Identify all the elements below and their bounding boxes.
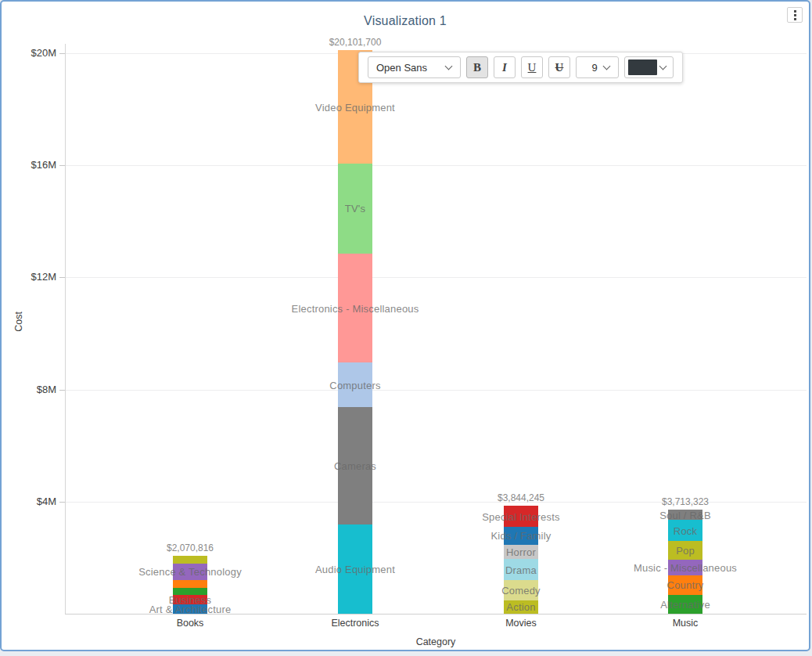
y-axis-title: Cost [13,312,24,332]
y-axis-tick-label: $12M [2,271,56,283]
bar-segment[interactable] [173,556,207,564]
y-axis-tick-mark [59,277,65,278]
bar-segment-label: TV's [345,203,365,214]
font-family-value: Open Sans [376,62,427,74]
bar-segment-label: Action [506,601,535,613]
bar-segment-label: Rock [674,524,697,536]
chevron-down-icon [659,63,667,70]
bar-segment-label: Drama [505,564,537,575]
x-axis-title: Category [416,636,456,647]
x-axis-tick-label: Music [623,618,748,629]
x-axis-tick-label: Books [128,618,253,629]
x-axis-tick-label: Electronics [293,618,418,629]
font-color-select[interactable] [624,56,674,78]
bar-segment-label: Electronics - Miscellaneous [292,302,419,314]
y-axis-tick-mark [59,502,65,503]
y-axis-tick-mark [59,165,65,166]
y-axis-tick-label: $8M [2,384,56,395]
italic-button[interactable]: I [494,56,516,78]
bar-total-label: $3,713,323 [623,496,748,507]
underline-icon: U [528,61,537,74]
italic-icon: I [502,61,507,74]
x-axis-tick-label: Movies [458,618,584,629]
bar-segment-label: Special Interests [482,510,560,522]
bar-segment-label: Cameras [334,460,376,472]
bar-segment-label: Video Equipment [315,101,395,113]
visualization-widget: Visualization 1 Cost Category $4M$8M$12M… [0,0,810,651]
gridline [66,390,807,391]
strikethrough-button[interactable]: U [548,56,570,78]
chevron-down-icon [445,63,453,70]
bar-total-label: $20,101,700 [293,37,418,48]
bar-segment-label: Horror [506,546,536,558]
bar-total-label: $3,844,245 [458,492,584,503]
bar-segment-label: Science & Technology [138,566,242,578]
bar-total-label: $2,070,816 [128,542,253,553]
gridline [66,165,807,166]
gridline [66,277,807,278]
text-format-toolbar: Open Sans B I U U 9 [358,52,683,83]
chart-plot-area: Cost Category $4M$8M$12M$16M$20MArt & Ar… [2,2,812,653]
y-axis-tick-label: $20M [2,47,56,59]
bold-icon: B [473,61,481,74]
underline-button[interactable]: U [521,56,543,78]
color-swatch [628,59,657,75]
bold-button[interactable]: B [466,56,488,78]
bar-segment-label: Computers [329,379,380,391]
bar-segment-label: Music - Miscellaneous [634,561,737,573]
y-axis-tick-label: $16M [2,159,56,171]
bar-segment-label: Alternative [660,598,710,610]
strikethrough-icon: U [555,61,564,74]
bar-segment[interactable] [173,580,207,588]
bar-segment-label: Kids / Family [490,530,551,542]
y-axis-tick-mark [59,390,65,391]
y-axis-tick-mark [59,53,65,54]
font-family-select[interactable]: Open Sans [368,56,461,78]
font-size-value: 9 [585,62,604,74]
y-axis-tick-label: $4M [2,496,56,507]
bar-segment-label: Soul / R&B [659,509,711,521]
y-axis-line [65,44,66,615]
bar-segment-label: Business [169,593,211,605]
bar-segment-label: Audio Equipment [315,564,395,575]
font-size-select[interactable]: 9 [576,56,619,78]
chevron-down-icon [603,63,611,70]
bar-segment-label: Comedy [501,585,541,597]
bar-segment-label: Pop [676,544,695,556]
bar-segment-label: Country [667,579,704,591]
